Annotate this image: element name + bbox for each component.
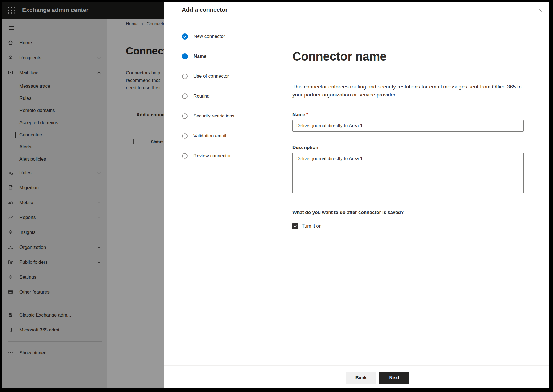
- turn-it-on-checkbox[interactable]: [292, 223, 298, 229]
- modal-title: Add a connector: [182, 6, 228, 13]
- wizard-step-new-connector[interactable]: New connector: [164, 33, 278, 40]
- step-upcoming-circle-icon: [182, 93, 188, 99]
- modal-dim-overlay: [2, 2, 164, 388]
- next-button[interactable]: Next: [379, 372, 409, 384]
- step-connector-line: [185, 81, 185, 92]
- step-completed-circle-icon: [182, 33, 188, 40]
- wizard-step-routing[interactable]: Routing: [164, 93, 278, 99]
- wizard-step-validation-email[interactable]: Validation email: [164, 133, 278, 139]
- wizard-content: Connector name This connector enforces r…: [278, 19, 549, 365]
- wizard-step-use-of-connector[interactable]: Use of connector: [164, 73, 278, 79]
- pane-heading: Connector name: [292, 49, 549, 63]
- wizard-step-review-connector[interactable]: Review connector: [164, 153, 278, 159]
- modal-body: New connectorNameUse of connectorRouting…: [164, 19, 549, 365]
- step-upcoming-circle-icon: [182, 153, 188, 159]
- step-label: Review connector: [193, 153, 231, 159]
- wizard-step-security-restrictions[interactable]: Security restrictions: [164, 113, 278, 119]
- step-label: Security restrictions: [193, 113, 234, 119]
- description-input[interactable]: [292, 153, 524, 193]
- modal-footer: Back Next: [164, 365, 549, 388]
- back-button[interactable]: Back: [346, 372, 376, 384]
- wizard-step-name[interactable]: Name: [164, 53, 278, 59]
- modal-header: Add a connector: [164, 2, 549, 18]
- after-save-question: What do you want to do after connector i…: [292, 210, 549, 215]
- step-label: New connector: [194, 34, 225, 39]
- step-active-circle-icon: [182, 53, 188, 59]
- wizard-stepper: New connectorNameUse of connectorRouting…: [164, 19, 278, 365]
- turn-it-on-label: Turn it on: [302, 223, 321, 229]
- pane-description: This connector enforces routing and secu…: [292, 83, 524, 99]
- turn-it-on-option[interactable]: Turn it on: [292, 223, 549, 229]
- step-connector-line: [185, 41, 185, 52]
- app-frame: Exchange admin center HomeRecipientsMail…: [2, 2, 549, 388]
- step-connector-line: [185, 101, 185, 111]
- name-input[interactable]: [292, 120, 524, 132]
- step-label: Name: [194, 54, 206, 59]
- close-icon[interactable]: [535, 6, 545, 15]
- step-connector-line: [185, 141, 185, 151]
- step-upcoming-circle-icon: [182, 113, 188, 119]
- step-upcoming-circle-icon: [182, 133, 188, 139]
- required-asterisk: *: [306, 112, 308, 117]
- step-connector-line: [185, 121, 185, 131]
- name-field-label: Name*: [292, 112, 549, 117]
- step-label: Validation email: [193, 133, 226, 139]
- description-field-label: Description: [292, 145, 549, 150]
- step-label: Use of connector: [193, 74, 229, 79]
- step-upcoming-circle-icon: [182, 74, 188, 79]
- add-connector-modal: Add a connector New connectorNameUse of …: [164, 2, 549, 388]
- step-connector-line: [185, 61, 185, 72]
- step-label: Routing: [193, 93, 210, 99]
